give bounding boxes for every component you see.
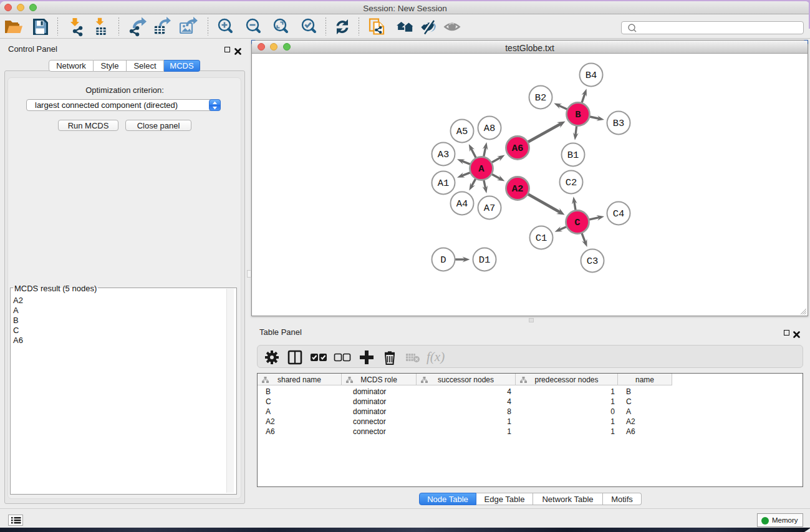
- svg-text:C1: C1: [536, 233, 547, 244]
- svg-text:D: D: [440, 254, 446, 266]
- svg-text:A6: A6: [512, 143, 524, 154]
- svg-text:A2: A2: [512, 183, 524, 195]
- svg-text:C2: C2: [566, 177, 577, 188]
- svg-text:B2: B2: [535, 92, 547, 104]
- svg-text:A3: A3: [438, 149, 450, 160]
- svg-text:A7: A7: [484, 203, 496, 214]
- svg-text:C: C: [574, 217, 580, 228]
- svg-text:A8: A8: [484, 123, 496, 134]
- svg-text:B4: B4: [586, 70, 597, 81]
- svg-text:A1: A1: [438, 178, 450, 189]
- svg-text:A: A: [478, 163, 485, 175]
- svg-text:B3: B3: [613, 118, 625, 129]
- svg-text:C3: C3: [587, 256, 599, 267]
- svg-text:A4: A4: [456, 198, 468, 210]
- svg-text:C4: C4: [613, 208, 625, 220]
- svg-text:B: B: [575, 109, 581, 120]
- svg-text:D1: D1: [479, 254, 491, 266]
- svg-text:A5: A5: [456, 126, 468, 137]
- svg-text:B1: B1: [567, 150, 579, 161]
